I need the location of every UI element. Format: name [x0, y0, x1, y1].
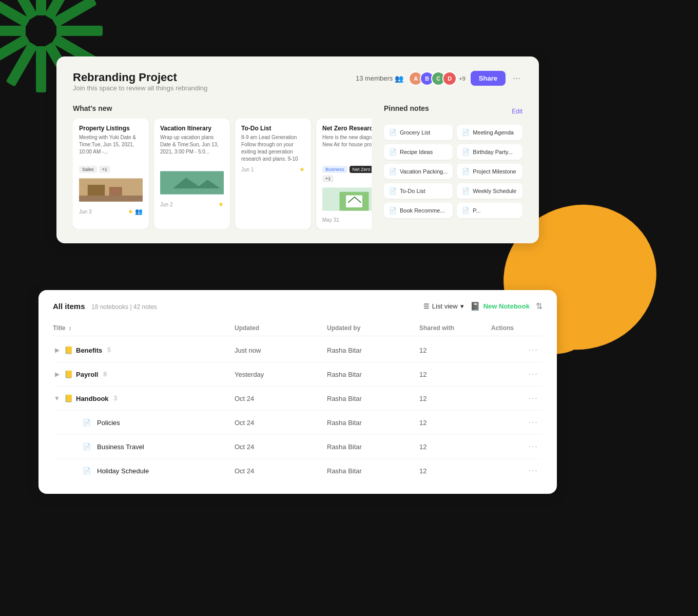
row-title: ▶ 📒 Payroll 8 [53, 370, 235, 378]
note-icon: 📄 [389, 207, 397, 214]
expand-button[interactable]: ▶ [53, 346, 61, 354]
bottom-card-header: All items 18 notebooks | 42 notes ☰ List… [53, 301, 542, 311]
new-notebook-button[interactable]: 📓 New Notebook [470, 301, 530, 311]
members-count: 13 members 👥 [356, 74, 403, 83]
bottom-actions: ☰ List view ▾ 📓 New Notebook ⇅ [423, 301, 542, 311]
bottom-card: All items 18 notebooks | 42 notes ☰ List… [38, 290, 557, 494]
row-updated-by: Rasha Bitar [327, 467, 419, 475]
row-actions-button[interactable]: ··· [529, 345, 538, 355]
list-view-button[interactable]: ☰ List view ▾ [423, 302, 464, 310]
note-card[interactable]: Net Zero Research Here is the new diagra… [316, 119, 372, 229]
sort-button[interactable]: ⇅ [536, 301, 542, 311]
row-title: 📄 Business Travel [53, 443, 235, 451]
star-icon: ★ [299, 166, 305, 173]
note-card-tags: Business Net Zero +1 [322, 166, 372, 182]
row-updated: Oct 24 [235, 443, 327, 451]
note-date: Jun 1 [241, 167, 254, 172]
pinned-item[interactable]: 📄 Grocery List [384, 125, 453, 140]
pinned-label: Recipe Ideas [400, 149, 433, 155]
note-icon: 📄 [389, 187, 397, 195]
pinned-item[interactable]: 📄 Weekly Schedule [457, 183, 522, 199]
row-shared-with: 12 [419, 443, 491, 451]
pinned-item[interactable]: 📄 Meeting Agenda [457, 125, 522, 140]
row-shared-with: 12 [419, 395, 491, 402]
row-shared-with: 12 [419, 467, 491, 475]
all-items-subtitle: 18 notebooks | 42 notes [91, 303, 157, 311]
actions-cell: ··· [491, 466, 542, 475]
row-actions-button[interactable]: ··· [529, 442, 538, 451]
pinned-item[interactable]: 📄 Vacation Packing... [384, 164, 453, 179]
row-shared-with: 12 [419, 419, 491, 427]
tag: +1 [99, 166, 110, 173]
note-icon: 📄 [389, 168, 397, 175]
row-updated: Oct 24 [235, 395, 327, 402]
pinned-label: Meeting Agenda [473, 129, 514, 136]
row-updated: Oct 24 [235, 467, 327, 475]
note-date: Jun 3 [79, 209, 91, 215]
pinned-item[interactable]: 📄 To-Do List [384, 183, 453, 199]
expand-button[interactable]: ▼ [53, 395, 61, 402]
note-icon: 📄 [83, 467, 91, 475]
pinned-grid: 📄 Grocery List 📄 Meeting Agenda 📄 Recipe… [384, 125, 522, 218]
new-notebook-icon: 📓 [470, 301, 480, 311]
note-card-title: To-Do List [241, 125, 305, 132]
svg-rect-6 [36, 46, 46, 92]
row-actions-button[interactable]: ··· [529, 466, 538, 475]
edit-button[interactable]: Edit [512, 108, 522, 115]
note-card-footer: May 31 [322, 217, 372, 223]
table-row: 📄 Holiday Schedule Oct 24 Rasha Bitar 12… [53, 459, 542, 483]
row-updated-by: Rasha Bitar [327, 419, 419, 427]
table-row: ▶ 📒 Payroll 8 Yesterday Rasha Bitar 12 ·… [53, 362, 542, 387]
avatar-count: +9 [459, 75, 466, 82]
pinned-item[interactable]: 📄 Book Recomme... [384, 203, 453, 218]
note-icon: 📄 [389, 129, 397, 136]
page-subtitle: Join this space to review all things reb… [73, 84, 207, 92]
table-row: 📄 Business Travel Oct 24 Rasha Bitar 12 … [53, 435, 542, 459]
note-card-body: 8-9 am Lead Generation Follow through on… [241, 134, 305, 162]
row-actions-button[interactable]: ··· [529, 394, 538, 403]
note-card-title: Vacation Itinerary [160, 125, 224, 132]
pinned-label: Grocery List [400, 129, 430, 136]
pinned-item[interactable]: 📄 Project Milestone [457, 164, 522, 179]
note-card[interactable]: To-Do List 8-9 am Lead Generation Follow… [235, 119, 311, 229]
share-button[interactable]: Share [471, 71, 506, 86]
note-card-title: Property Listings [79, 125, 143, 132]
list-view-icon: ☰ [423, 302, 430, 310]
table-row: 📄 Policies Oct 24 Rasha Bitar 12 ··· [53, 411, 542, 435]
sort-icon: ↕ [69, 325, 72, 331]
note-card[interactable]: Property Listings Meeting with Yuki Date… [73, 119, 149, 229]
pinned-notes-title: Pinned notes [384, 104, 429, 112]
more-options-button[interactable]: ··· [511, 71, 522, 86]
row-actions-button[interactable]: ··· [529, 370, 538, 379]
whats-new-title: What's new [73, 104, 372, 112]
note-icon: 📄 [462, 207, 470, 214]
svg-rect-17 [79, 196, 143, 202]
note-card-body: Wrap up vacation plans Date & Time:Sun, … [160, 134, 224, 162]
note-card[interactable]: Vacation Itinerary Wrap up vacation plan… [154, 119, 230, 229]
expand-button[interactable]: ▶ [53, 371, 61, 378]
pinned-label: Project Milestone [473, 168, 516, 175]
col-shared-with: Shared with [419, 324, 491, 332]
row-name: Policies [97, 419, 120, 427]
notebook-icon: 📒 [64, 370, 73, 378]
tag: Net Zero [350, 166, 372, 173]
pinned-item[interactable]: 📄 P... [457, 203, 522, 218]
row-name: Business Travel [97, 443, 144, 451]
pinned-label: To-Do List [400, 188, 425, 194]
pinned-item[interactable]: 📄 Birthday Party... [457, 144, 522, 160]
note-date: May 31 [322, 217, 339, 223]
row-updated-by: Rasha Bitar [327, 346, 419, 354]
table-row: ▶ 📒 Benefits 5 Just now Rasha Bitar 12 ·… [53, 338, 542, 362]
table-header: Title ↕ Updated Updated by Shared with A… [53, 320, 542, 336]
row-title: ▶ 📒 Benefits 5 [53, 346, 235, 354]
page-title: Rebranding Project [73, 71, 207, 84]
col-title: Title ↕ [53, 324, 235, 332]
tag: Sales [79, 166, 97, 173]
row-updated: Oct 24 [235, 419, 327, 427]
row-actions-button[interactable]: ··· [529, 418, 538, 427]
note-card-body: Here is the new diagram. New Air for hou… [322, 134, 372, 162]
actions-cell: ··· [491, 345, 542, 355]
note-card-footer: Jun 1 ★ [241, 166, 305, 173]
pinned-item[interactable]: 📄 Recipe Ideas [384, 144, 453, 160]
svg-rect-9 [0, 26, 26, 36]
